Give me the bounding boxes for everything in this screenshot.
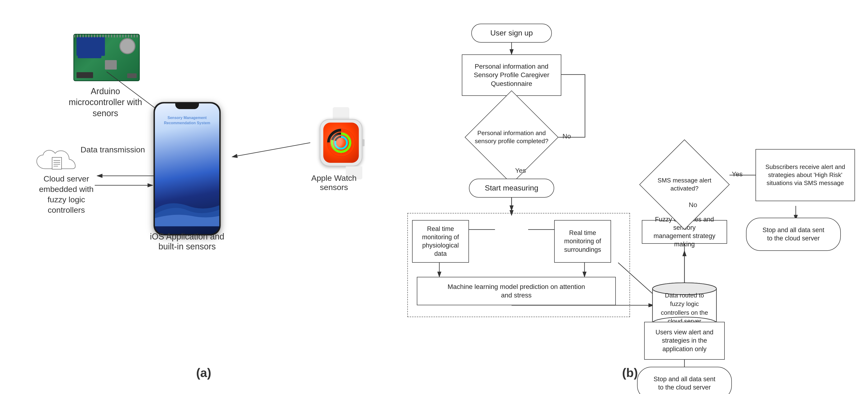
fc-ml-prediction: Machine learning model prediction on att… <box>417 277 616 305</box>
main-container: Arduino microcontroller with senors <box>0 0 868 394</box>
svg-point-10 <box>335 137 347 149</box>
fc-user-signup: User sign up <box>471 24 552 42</box>
fc-users-view: Users view alert and strategies in the a… <box>644 322 725 360</box>
fc-sms-diamond: SMS message alert activated? <box>640 149 730 220</box>
watch-screen <box>323 123 359 163</box>
fc-no-label-2: No <box>689 201 697 209</box>
phone-app-text: Sensory Management Recommendation System <box>160 115 215 126</box>
arduino-visual <box>73 34 140 81</box>
phone-screen: Sensory Management Recommendation System <box>155 103 219 234</box>
phone-container: Sensory Management Recommendation System… <box>152 102 223 235</box>
cloud-container: Cloud server embedded with fuzzy logic c… <box>33 147 99 215</box>
fc-start-measuring: Start measuring <box>469 179 554 198</box>
watch-face-svg <box>323 123 359 163</box>
cloud-svg <box>33 147 81 176</box>
watch-label: Apple Watch sensors <box>303 173 365 192</box>
fc-personal-info-diamond: Personal information and sensory profile… <box>452 104 571 170</box>
phone-notch <box>175 102 199 109</box>
watch-container: Apple Watch sensors <box>320 107 362 179</box>
panel-label-a: (a) <box>196 366 211 380</box>
phone-body: Sensory Management Recommendation System <box>154 102 220 235</box>
fc-personal-info-form: Personal information and Sensory Profile… <box>462 55 561 96</box>
fc-stop-cloud-2: Stop and all data sent to the cloud serv… <box>746 218 841 251</box>
fc-stop-cloud-1: Stop and all data sent to the cloud serv… <box>637 367 732 394</box>
svg-rect-11 <box>52 157 62 169</box>
fc-yes-label-1: Yes <box>515 167 526 174</box>
arduino-label: Arduino microcontroller with senors <box>64 86 147 119</box>
fc-subscribers-receive: Subscribers receive alert and strategies… <box>755 149 855 201</box>
watch-body <box>320 119 362 166</box>
panel-label-b: (b) <box>622 366 638 380</box>
fc-realtime-surroundings: Real time monitoring of surroundings <box>554 220 611 263</box>
fc-yes-label-2: Yes <box>732 170 743 178</box>
panel-b: User sign up Personal information and Se… <box>393 9 867 385</box>
flowchart-b: User sign up Personal information and Se… <box>393 14 867 381</box>
arduino-board <box>73 34 140 84</box>
fc-no-label-1: No <box>562 133 571 140</box>
cloud-shape <box>33 147 81 176</box>
panel-a: Arduino microcontroller with senors <box>14 9 393 385</box>
diagram-a-content: Arduino microcontroller with senors <box>26 20 381 374</box>
phone-label: iOS Application and built-in sensors <box>142 232 232 252</box>
svg-line-2 <box>232 143 310 157</box>
cloud-label: Cloud server embedded with fuzzy logic c… <box>33 173 99 215</box>
data-transmission-label: Data transmission <box>81 145 145 154</box>
wave-svg <box>155 179 219 227</box>
fc-realtime-physio: Real time monitoring of physiological da… <box>412 220 469 263</box>
